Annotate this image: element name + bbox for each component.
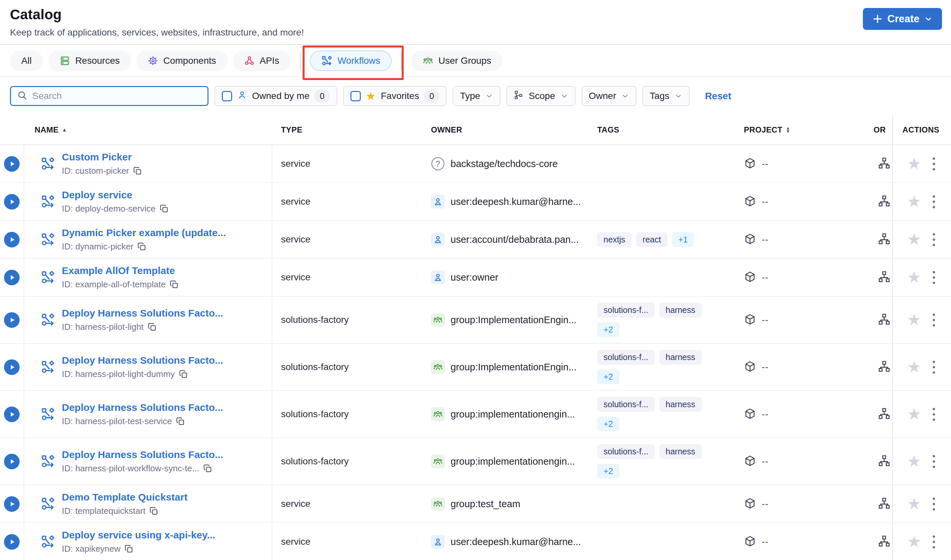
favorite-star-icon[interactable]: ★: [907, 231, 921, 248]
column-header-org-label: OR: [874, 125, 886, 134]
favorite-star-icon[interactable]: ★: [907, 269, 921, 285]
owner-icon: ?: [431, 454, 445, 468]
owner-dropdown[interactable]: Owner: [582, 86, 636, 106]
tag-more-pill[interactable]: +2: [597, 369, 619, 384]
kebab-menu-icon[interactable]: [931, 231, 937, 248]
kebab-menu-icon[interactable]: [931, 406, 937, 423]
owned-by-me-filter[interactable]: Owned by me 0: [215, 86, 337, 106]
workflow-id-text: ID: harness-pilot-workflow-sync-te...: [62, 463, 199, 474]
org-chart-icon: [878, 270, 891, 284]
favorite-star-icon[interactable]: ★: [907, 194, 921, 209]
workflow-name-link[interactable]: Deploy Harness Solutions Facto...: [62, 355, 223, 366]
workflow-icon: [40, 497, 55, 511]
copy-icon[interactable]: [133, 166, 142, 175]
column-header-type-label: TYPE: [281, 125, 302, 134]
project-value: --: [762, 456, 769, 467]
copy-icon[interactable]: [124, 545, 133, 553]
favorite-star-icon[interactable]: ★: [907, 359, 921, 375]
tab-components[interactable]: Components: [136, 51, 227, 71]
tab-resources[interactable]: Resources: [48, 51, 131, 71]
workflow-name-link[interactable]: Deploy Harness Solutions Facto...: [62, 449, 223, 460]
scope-dropdown[interactable]: Scope: [506, 86, 575, 106]
workflow-name-link[interactable]: Example AllOf Template: [62, 265, 179, 276]
tag-more-pill[interactable]: +2: [597, 464, 619, 478]
reset-filters-button[interactable]: Reset: [705, 91, 731, 102]
favorites-checkbox[interactable]: [350, 91, 361, 101]
tags-dropdown[interactable]: Tags: [642, 86, 690, 106]
workflows-table: NAME ▲ TYPE OWNER TAGS PROJECT ▲▼ OR ACT…: [0, 115, 951, 560]
play-cell: [0, 183, 24, 220]
tag-more-pill[interactable]: +2: [597, 322, 619, 337]
run-workflow-button[interactable]: [4, 454, 20, 469]
favorites-filter[interactable]: ★ Favorites 0: [343, 86, 447, 106]
tags-cell: solutions-f...harness+2: [591, 438, 739, 485]
favorite-star-icon[interactable]: ★: [907, 312, 921, 328]
copy-icon[interactable]: [179, 370, 188, 378]
run-workflow-button[interactable]: [4, 270, 20, 285]
copy-icon[interactable]: [170, 280, 179, 289]
project-cell: --: [739, 523, 874, 560]
kebab-menu-icon[interactable]: [931, 453, 937, 470]
favorite-star-icon[interactable]: ★: [907, 534, 921, 550]
group-icon: [432, 409, 443, 420]
package-cube-icon: [744, 408, 756, 421]
favorite-star-icon[interactable]: ★: [907, 496, 921, 512]
user-icon: [433, 272, 443, 282]
column-header-project[interactable]: PROJECT ▲▼: [739, 115, 874, 145]
kebab-menu-icon[interactable]: [931, 155, 937, 172]
type-value: solutions-factory: [281, 315, 349, 325]
table-header-row: NAME ▲ TYPE OWNER TAGS PROJECT ▲▼ OR ACT…: [0, 115, 951, 145]
actions-cell: ★: [892, 259, 951, 296]
tags-list: solutions-f...harness+2: [597, 350, 712, 384]
tab-apis[interactable]: APIs: [233, 51, 290, 71]
tab-workflows[interactable]: Workflows: [310, 51, 392, 71]
run-workflow-button[interactable]: [4, 194, 20, 209]
tag-more-pill[interactable]: +1: [672, 232, 694, 247]
run-workflow-button[interactable]: [4, 232, 20, 248]
kebab-menu-icon[interactable]: [931, 193, 937, 210]
workflow-name-link[interactable]: Deploy service using x-api-key...: [62, 529, 215, 541]
copy-icon[interactable]: [137, 242, 146, 251]
workflow-name-link[interactable]: Dynamic Picker example (update...: [62, 227, 226, 238]
workflow-name-link[interactable]: Deploy Harness Solutions Facto...: [62, 308, 223, 319]
create-button[interactable]: Create: [863, 8, 942, 30]
tab-all[interactable]: All: [10, 51, 43, 71]
copy-icon[interactable]: [149, 506, 158, 515]
workflow-name-link[interactable]: Deploy Harness Solutions Facto...: [62, 402, 223, 413]
run-workflow-button[interactable]: [4, 534, 20, 550]
owned-by-me-checkbox[interactable]: [222, 91, 232, 101]
kebab-menu-icon[interactable]: [931, 359, 937, 375]
owner-icon: ?: [431, 195, 445, 209]
user-icon: [433, 537, 443, 547]
type-dropdown[interactable]: Type: [452, 86, 500, 106]
copy-icon[interactable]: [148, 323, 157, 331]
favorite-star-icon[interactable]: ★: [907, 406, 921, 422]
user-icon: [433, 234, 443, 245]
workflow-name-link[interactable]: Deploy service: [62, 189, 168, 201]
workflow-name-link[interactable]: Demo Template Quickstart: [62, 492, 188, 503]
plus-icon: [872, 14, 883, 24]
tag-more-pill[interactable]: +2: [597, 417, 619, 431]
column-header-name[interactable]: NAME ▲: [24, 115, 272, 145]
chevron-down-icon: [485, 92, 493, 100]
favorite-star-icon[interactable]: ★: [907, 156, 921, 172]
copy-icon[interactable]: [176, 417, 185, 426]
favorite-star-icon[interactable]: ★: [907, 453, 921, 469]
copy-icon[interactable]: [160, 204, 168, 213]
play-cell: [0, 438, 24, 485]
run-workflow-button[interactable]: [4, 359, 20, 375]
copy-icon[interactable]: [203, 464, 212, 473]
run-workflow-button[interactable]: [4, 312, 20, 328]
run-workflow-button[interactable]: [4, 406, 20, 422]
run-workflow-button[interactable]: [4, 496, 20, 512]
search-icon: [17, 90, 28, 102]
group-icon: [432, 498, 443, 509]
kebab-menu-icon[interactable]: [931, 495, 937, 512]
kebab-menu-icon[interactable]: [931, 534, 937, 550]
tab-user-groups[interactable]: User Groups: [411, 51, 503, 71]
kebab-menu-icon[interactable]: [931, 312, 937, 329]
workflow-name-link[interactable]: Custom Picker: [62, 151, 142, 163]
kebab-menu-icon[interactable]: [931, 269, 937, 286]
search-input[interactable]: [32, 91, 202, 101]
run-workflow-button[interactable]: [4, 156, 20, 172]
